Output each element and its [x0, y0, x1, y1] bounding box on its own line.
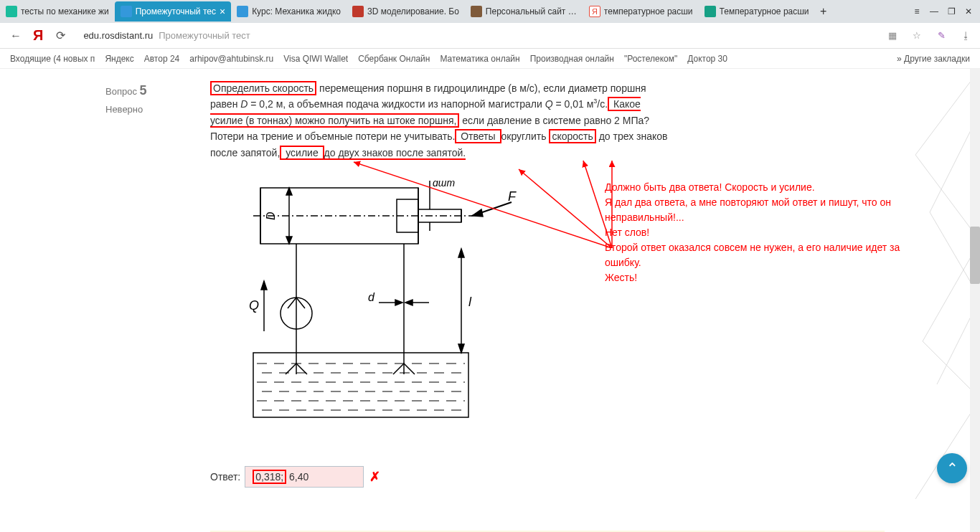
question-number: 5: [140, 83, 147, 98]
bookmark-link[interactable]: Входящие (4 новых п: [10, 54, 95, 64]
question-info: Вопрос 5 Неверно: [95, 76, 196, 532]
tab-6[interactable]: Ятемпературное расши: [583, 1, 699, 22]
svg-text:Q: Q: [249, 298, 259, 313]
new-tab-button[interactable]: +: [815, 3, 832, 20]
svg-marker-25: [261, 281, 267, 290]
window-controls: ≡ — ❐ ✕: [905, 4, 980, 19]
address-bar[interactable]: edu.rosdistant.ru Промежуточный тест: [77, 30, 877, 41]
bookmarks-bar: Входящие (4 новых п Яндекс Автор 24 arhi…: [0, 49, 980, 69]
svg-marker-19: [472, 209, 483, 217]
favicon-icon: [237, 6, 248, 17]
tab-2-active[interactable]: Промежуточный тес×: [115, 1, 231, 22]
tab-label: тесты по механике жи: [21, 6, 109, 16]
tab-strip: тесты по механике жи Промежуточный тес× …: [0, 0, 905, 23]
tab-label: Температурное расши: [720, 6, 809, 16]
tab-label: Промежуточный тес: [136, 6, 216, 16]
question-text: Определить скорость перемещения поршня в…: [210, 80, 885, 161]
page-content: Вопрос 5 Неверно Определить скорость пер…: [0, 69, 980, 532]
answer-label: Ответ:: [210, 471, 240, 483]
feather-icon[interactable]: ✎: [933, 27, 950, 44]
browser-titlebar: тесты по механике жи Промежуточный тес× …: [0, 0, 980, 23]
tab-5[interactable]: Персональный сайт - с: [465, 1, 583, 22]
svg-text:l: l: [468, 295, 472, 309]
svg-text:d: d: [368, 291, 375, 303]
browser-toolbar: ← Я ⟳ edu.rosdistant.ru Промежуточный те…: [0, 23, 980, 49]
svg-text:F: F: [508, 189, 517, 204]
bookmark-link[interactable]: Автор 24: [144, 54, 180, 64]
svg-marker-33: [458, 249, 464, 257]
favicon-icon: Я: [589, 6, 600, 17]
download-icon[interactable]: ⭳: [957, 27, 974, 44]
tab-label: 3D моделирование. Бо: [367, 6, 459, 16]
back-button[interactable]: ←: [6, 26, 26, 46]
close-window-icon[interactable]: ✕: [961, 4, 976, 19]
bookmark-link[interactable]: Сбербанк Онлайн: [358, 54, 430, 64]
maximize-icon[interactable]: ❐: [944, 4, 958, 19]
tab-1[interactable]: тесты по механике жи: [0, 1, 115, 22]
tab-label: Курс: Механика жидко: [252, 6, 341, 16]
favicon-icon: [471, 6, 482, 17]
url-host: edu.rosdistant.ru: [83, 30, 153, 41]
svg-rect-36: [253, 353, 468, 417]
svg-marker-30: [405, 300, 413, 305]
svg-marker-34: [458, 344, 464, 353]
chevron-up-icon: ⌃: [946, 460, 958, 477]
bookmark-link[interactable]: Visa QIWI Wallet: [283, 54, 348, 64]
svg-marker-29: [395, 300, 402, 305]
bookmark-link[interactable]: Доктор 30: [687, 54, 727, 64]
tab-label: Персональный сайт - с: [486, 6, 578, 16]
bookmark-link[interactable]: Математика онлайн: [440, 54, 519, 64]
tab-7[interactable]: Температурное расши: [699, 1, 815, 22]
svg-text:dшт: dшт: [433, 181, 455, 189]
tab-4[interactable]: 3D моделирование. Бо: [347, 1, 465, 22]
svg-marker-13: [286, 237, 292, 244]
extension-icon[interactable]: ▦: [884, 27, 901, 44]
favicon-icon: [352, 6, 364, 17]
close-icon[interactable]: ×: [220, 6, 225, 17]
tab-label: температурное расши: [604, 6, 693, 16]
answer-row: Ответ: 0,318; 6,40 ✗: [210, 466, 885, 488]
wrong-icon: ✗: [369, 469, 380, 485]
favicon-icon: [6, 6, 17, 17]
svg-text:D: D: [265, 212, 277, 220]
user-annotation: Должно быть два ответа! Скорость и усили…: [605, 180, 913, 285]
question-status: Неверно: [105, 104, 186, 115]
favicon-icon: [705, 6, 716, 17]
tab-3[interactable]: Курс: Механика жидко: [231, 1, 347, 22]
bookmark-link[interactable]: Производная онлайн: [530, 54, 614, 64]
vertical-scrollbar[interactable]: [970, 69, 980, 532]
scrollbar-thumb[interactable]: [970, 227, 980, 284]
bookmark-link[interactable]: arhipov@ahtubinsk.ru: [189, 54, 273, 64]
bookmarks-more[interactable]: » Другие закладки: [897, 54, 970, 64]
url-title: Промежуточный тест: [159, 30, 250, 41]
bookmark-link[interactable]: Яндекс: [105, 54, 133, 64]
bookmark-link[interactable]: "Ростелеком": [624, 54, 677, 64]
favicon-icon: [121, 6, 132, 17]
yandex-logo-icon[interactable]: Я: [33, 27, 43, 44]
svg-marker-12: [286, 188, 292, 195]
menu-icon[interactable]: ≡: [910, 4, 924, 19]
minimize-icon[interactable]: —: [927, 4, 941, 19]
bookmark-star-icon[interactable]: ☆: [908, 27, 925, 44]
answer-input[interactable]: 0,318; 6,40: [245, 466, 364, 488]
question-label: Вопрос: [105, 86, 137, 97]
scroll-top-button[interactable]: ⌃: [937, 453, 967, 483]
reload-button[interactable]: ⟳: [50, 26, 70, 46]
